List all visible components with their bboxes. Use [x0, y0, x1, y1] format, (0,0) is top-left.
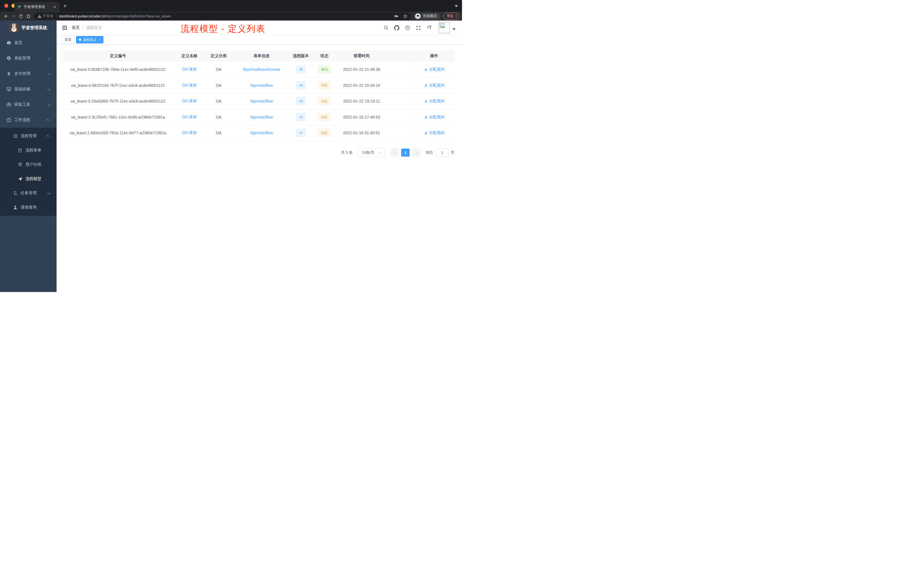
forward-button[interactable]	[10, 13, 16, 20]
pagination-total: 共 5 条	[341, 150, 353, 155]
address-bar[interactable]: 不安全 dashboard.yudao.iocoder.cn/bpm/manag…	[34, 13, 411, 20]
definition-name-link[interactable]: OA 请假	[182, 130, 196, 135]
version-badge: v3	[296, 97, 306, 105]
chevron-down-icon	[47, 191, 51, 195]
new-tab-button[interactable]: +	[63, 3, 67, 9]
back-button[interactable]	[3, 13, 9, 20]
assign-rule-link[interactable]: 分配规则	[424, 115, 445, 120]
definition-category: OA	[205, 99, 232, 104]
tag-close-icon[interactable]: ×	[99, 38, 101, 41]
browser-tab[interactable]: 芋道管理系统 ×	[14, 2, 59, 12]
form-link[interactable]: /bpm/oa/flow	[250, 130, 273, 135]
version-badge: v1	[296, 129, 306, 137]
annotation-title: 流程模型 - 定义列表	[181, 23, 266, 35]
assign-rule-link[interactable]: 分配规则	[424, 67, 445, 72]
navbar-actions: TT	[383, 21, 456, 35]
close-window-button[interactable]	[4, 4, 8, 8]
sidebar-item-infrastructure[interactable]: 基础设施	[0, 81, 56, 97]
sidebar-item-process-management[interactable]: 流程管理	[0, 129, 56, 143]
form-link[interactable]: /bpm/oa/flow	[250, 115, 273, 119]
definition-name-link[interactable]: OA 请假	[182, 99, 196, 104]
sidebar-item-payment[interactable]: ¥ 支付管理	[0, 66, 56, 81]
sidebar-collapse-icon[interactable]	[61, 25, 68, 31]
breadcrumb-home[interactable]: 首页	[72, 25, 80, 30]
tag-process-definition[interactable]: 流程定义 ×	[76, 36, 104, 43]
chrome-update-button[interactable]: 更新	[443, 13, 459, 20]
sidebar-item-process-form[interactable]: 流程表单	[0, 143, 56, 157]
sidebar-item-process-model[interactable]: 流程模型	[0, 172, 56, 186]
chevron-down-icon	[47, 56, 51, 60]
user-icon	[424, 99, 428, 103]
status-badge: 挂起	[318, 81, 331, 89]
chevron-down-icon	[47, 87, 51, 91]
deploy-time: 2022-01-16 01:40:51	[338, 130, 385, 135]
next-page-button[interactable]: ›	[412, 148, 421, 157]
tab-title: 芋道管理系统	[24, 5, 53, 10]
not-secure-label[interactable]: 不安全	[38, 14, 54, 18]
assign-rule-link[interactable]: 分配规则	[424, 99, 445, 104]
search-icon[interactable]	[383, 25, 389, 31]
sidebar-item-workflow[interactable]: 工作流程	[0, 112, 56, 128]
help-icon[interactable]	[405, 25, 410, 31]
definition-table: 定义编号 定义名称 定义分类 表单信息 流程版本 状态 部署时间 操作 oa_l…	[62, 50, 455, 141]
form-link[interactable]: /bpm/oa/flow	[250, 99, 273, 104]
assign-rule-link[interactable]: 分配规则	[424, 83, 445, 88]
sidebar-item-user-group[interactable]: 用户分组	[0, 157, 56, 172]
table-row: oa_leave:5:004b710b-7b8a-11ec-8ef0-acde4…	[62, 62, 455, 78]
sidebar-item-label: 首页	[14, 40, 22, 45]
main-area: 首页 / 流程定义 T	[56, 21, 462, 292]
chevron-down-icon	[47, 71, 51, 75]
status-badge: 挂起	[318, 113, 331, 121]
definition-category: OA	[205, 83, 232, 88]
definition-name-link[interactable]: OA 请假	[182, 83, 196, 88]
incognito-badge: 无痕模式	[414, 13, 440, 20]
toolbox-icon	[6, 102, 12, 107]
definition-category: OA	[205, 67, 232, 72]
form-link[interactable]: /bpm/oa/flow	[250, 83, 273, 88]
assign-rule-link[interactable]: 分配规则	[424, 130, 445, 135]
sidebar-logo[interactable]: 芋道管理系统	[0, 21, 56, 35]
sidebar-item-home[interactable]: 首页	[0, 35, 56, 51]
current-page-button[interactable]: 1	[401, 148, 410, 157]
fullscreen-icon[interactable]	[416, 25, 421, 31]
deploy-time: 2022-01-22 21:48:38	[338, 67, 385, 72]
table-row: oa_leave:1:482ec033-762a-11ec-8477-a2380…	[62, 125, 455, 141]
form-link[interactable]: /bpm/oa/leave/create	[243, 67, 280, 72]
font-size-icon[interactable]: TT	[427, 25, 432, 31]
home-button[interactable]	[25, 13, 31, 20]
warning-triangle-icon	[38, 15, 41, 18]
goto-page-input[interactable]	[436, 148, 449, 157]
github-icon[interactable]	[394, 25, 399, 31]
tab-close-icon[interactable]: ×	[53, 5, 56, 9]
sidebar-item-task-management[interactable]: 任务管理	[0, 186, 56, 200]
breadcrumb: 首页 / 流程定义	[72, 25, 102, 30]
definition-category: OA	[205, 130, 232, 135]
paper-plane-icon	[18, 177, 23, 181]
bookmark-star-icon[interactable]	[403, 14, 408, 18]
sidebar-item-devtools[interactable]: 研发工具	[0, 97, 56, 112]
app-title: 芋道管理系统	[21, 25, 47, 31]
deploy-time: 2022-01-16 17:46:53	[338, 115, 385, 119]
pagination: 共 5 条 10条/页 ‹ 1 › 前往 页	[341, 148, 455, 157]
tree-icon	[13, 191, 18, 196]
logo-avatar	[9, 23, 18, 33]
definition-name-link[interactable]: OA 请假	[182, 67, 196, 72]
sidebar-item-system[interactable]: 系统管理	[0, 51, 56, 66]
tag-home[interactable]: 首页	[62, 36, 74, 43]
password-key-icon[interactable]	[394, 14, 399, 18]
sidebar-item-leave-query[interactable]: 请假查询	[0, 200, 56, 214]
user-avatar-dropdown[interactable]	[439, 22, 456, 33]
sidebar-item-label: 支付管理	[14, 71, 30, 76]
reload-button[interactable]	[18, 13, 24, 20]
definition-id: oa_leave:1:482ec033-762a-11ec-8477-a2380…	[62, 130, 174, 135]
definition-name-link[interactable]: OA 请假	[182, 115, 196, 120]
deploy-time: 2022-01-22 19:19:11	[338, 99, 385, 104]
yen-icon: ¥	[6, 71, 12, 76]
page-size-select[interactable]: 10条/页	[357, 148, 386, 157]
form-edit-icon	[18, 148, 23, 153]
browser-menu-icon[interactable]	[456, 14, 457, 18]
tab-search-caret-icon[interactable]	[455, 5, 458, 7]
tags-view-bar: 首页 流程定义 ×	[56, 35, 462, 45]
prev-page-button[interactable]: ‹	[390, 148, 399, 157]
browser-window: 芋道管理系统 × + 不安全 dashboard.yudao.iocoder.c…	[0, 0, 462, 292]
